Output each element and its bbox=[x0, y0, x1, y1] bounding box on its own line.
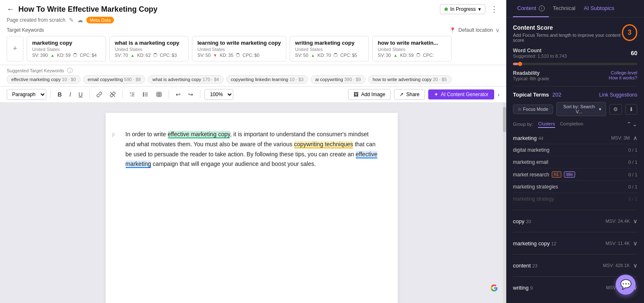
google-icon bbox=[490, 284, 498, 292]
cloud-save-button[interactable]: ☁ bbox=[77, 17, 83, 23]
cluster-content-header[interactable]: content 23 MSV: 428.1K ∨ bbox=[513, 260, 637, 271]
clusters-option[interactable]: Clusters bbox=[538, 120, 555, 128]
cluster-marketing-msv: MSV: 3M bbox=[611, 135, 630, 140]
cluster-copy-header[interactable]: copy 20 MSV: 24.4K ∨ bbox=[513, 215, 637, 227]
toolbar: Paragraph Heading 1 Heading 2 B I U ↩ ↪ … bbox=[0, 87, 506, 103]
how-it-works-link[interactable]: How it works? bbox=[609, 75, 637, 80]
suggested-tag-5[interactable]: ai copywriting 390 · $9 bbox=[311, 75, 365, 84]
share-label: Share bbox=[406, 92, 419, 97]
meta-badge[interactable]: Meta Data bbox=[86, 17, 114, 23]
cluster-marketing-copy-expand[interactable]: ∨ bbox=[633, 240, 637, 247]
keyword-card-1[interactable]: marketing copy United States SV: 390 ▲ K… bbox=[27, 36, 106, 61]
tab-ai-subtopics[interactable]: AI Subtopics bbox=[580, 0, 619, 17]
underline-button[interactable]: U bbox=[76, 89, 85, 99]
focus-mode-button[interactable]: ☆ Focus Mode bbox=[513, 104, 553, 114]
toolbar-separator-3 bbox=[122, 90, 123, 99]
suggested-tag-1[interactable]: effective marketing copy 10 · $0 bbox=[7, 75, 81, 84]
progress-fill bbox=[513, 63, 518, 65]
back-button[interactable]: ← bbox=[7, 5, 14, 14]
collapse-all-button[interactable]: ⌃ bbox=[626, 121, 631, 127]
share-button[interactable]: ↗ Share bbox=[394, 89, 425, 100]
undo-button[interactable]: ↩ bbox=[173, 89, 183, 99]
tab-technical[interactable]: Technical bbox=[549, 0, 580, 17]
unordered-list-button[interactable] bbox=[140, 90, 151, 99]
keyword-card-4[interactable]: writing marketing copy United States SV:… bbox=[290, 36, 369, 61]
editor-scroll[interactable]: p In order to write effective marketing … bbox=[0, 103, 503, 303]
editor-scrollbar[interactable] bbox=[503, 103, 506, 303]
completion-option[interactable]: Completion bbox=[560, 120, 583, 128]
toolbar-separator-4 bbox=[169, 90, 169, 99]
cluster-copy-expand[interactable]: ∨ bbox=[633, 218, 637, 224]
toolbar-separator-5 bbox=[200, 90, 200, 99]
status-button[interactable]: In Progress ▾ bbox=[440, 4, 485, 14]
svg-point-11 bbox=[143, 96, 144, 97]
keyword-country: United States bbox=[197, 47, 281, 52]
settings-button[interactable]: ⚙ bbox=[609, 104, 622, 115]
editor-content[interactable]: In order to write effective marketing co… bbox=[126, 130, 378, 169]
cluster-content-expand[interactable]: ∨ bbox=[633, 262, 637, 269]
term-marketing-strategy: marketing strategy 0 / 1 bbox=[513, 193, 637, 205]
chat-widget[interactable]: 💬 bbox=[616, 275, 636, 295]
term-score: 0 / 1 bbox=[629, 160, 637, 165]
share-icon: ↗ bbox=[399, 92, 404, 97]
word-count-suggested: Suggested: 1,510 to 8,743 bbox=[513, 53, 567, 59]
svg-point-9 bbox=[143, 93, 144, 94]
keyword-stats: SV: 390 ▲ KD: 59 CPC: $4 bbox=[32, 53, 101, 58]
cluster-copy-name: copy 20 bbox=[513, 218, 531, 224]
download-button[interactable]: ⬇ bbox=[625, 104, 637, 115]
suggested-tag-4[interactable]: copywriting linkedin learning 10 · $3 bbox=[226, 75, 308, 84]
cluster-marketing-expand[interactable]: ∧ bbox=[633, 135, 637, 141]
link-button[interactable] bbox=[94, 90, 105, 99]
sort-button[interactable]: Sort by: Search V... ▾ bbox=[556, 102, 606, 116]
suggested-label: Suggested Target Keywords bbox=[7, 68, 64, 73]
image-icon: 🖼 bbox=[354, 92, 359, 97]
link-suggestions-button[interactable]: Link Suggestions bbox=[599, 92, 637, 98]
term-market-research: market research h1 title 0 / 1 bbox=[513, 168, 637, 181]
keyword-name: what is a marketing copy bbox=[115, 40, 183, 46]
term-name: digital marketing bbox=[513, 147, 549, 153]
paragraph-select[interactable]: Paragraph Heading 1 Heading 2 bbox=[7, 89, 46, 100]
tab-content[interactable]: Content i bbox=[513, 0, 549, 17]
divider-1 bbox=[513, 86, 637, 87]
group-by-label: Group by: bbox=[513, 122, 533, 127]
keyword-name: learning to write marketing copy bbox=[197, 40, 281, 46]
unlink-button[interactable] bbox=[107, 90, 118, 99]
default-location[interactable]: Default location bbox=[458, 27, 493, 33]
italic-button[interactable]: I bbox=[67, 89, 73, 99]
expand-all-button[interactable]: ⌄ bbox=[632, 121, 637, 127]
keyword-name: how to write marketin... bbox=[378, 40, 446, 46]
add-keyword-button[interactable]: + bbox=[7, 36, 23, 61]
keyword-card-3[interactable]: learning to write marketing copy United … bbox=[192, 36, 286, 61]
toolbar-more-button[interactable]: › bbox=[498, 91, 500, 98]
bold-button[interactable]: B bbox=[55, 89, 64, 99]
suggested-tag-3[interactable]: what is advertising copy 170 · $4 bbox=[148, 75, 224, 84]
redo-button[interactable]: ↪ bbox=[186, 89, 196, 99]
edit-title-button[interactable]: ✎ bbox=[69, 17, 74, 23]
keyword-card-2[interactable]: what is a marketing copy United States S… bbox=[109, 36, 189, 61]
zoom-select[interactable]: 100% 75% 125% bbox=[205, 89, 233, 100]
suggested-tag-6[interactable]: how to write advertising copy 20 · $5 bbox=[368, 75, 452, 84]
cluster-marketing-copy-header[interactable]: marketing copy 12 MSV: 11.4K ∨ bbox=[513, 237, 637, 249]
keywords-row: + marketing copy United States SV: 390 ▲… bbox=[7, 36, 500, 65]
more-options-button[interactable]: ⋮ bbox=[489, 5, 500, 14]
keyword-country: United States bbox=[32, 47, 101, 52]
divider-2 bbox=[513, 210, 637, 210]
add-image-button[interactable]: 🖼 Add Image bbox=[348, 89, 391, 100]
ai-icon: ✦ bbox=[434, 92, 438, 97]
editor-page[interactable]: p In order to write effective marketing … bbox=[106, 113, 398, 303]
collapse-button[interactable]: ∨ bbox=[495, 27, 500, 33]
term-name: marketing strategies bbox=[513, 184, 558, 190]
ai-content-button[interactable]: ✦ AI Content Generator bbox=[428, 89, 494, 99]
term-score: 0 / 1 bbox=[629, 184, 637, 189]
highlight-copywriting-techniques: copywriting techniques bbox=[294, 141, 353, 148]
suggested-tag-2[interactable]: email copywriting 590 · $8 bbox=[83, 75, 145, 84]
suggested-section: Suggested Target Keywords i effective ma… bbox=[0, 65, 506, 87]
group-arrows: ⌃ ⌄ bbox=[626, 121, 637, 127]
cluster-marketing-header[interactable]: marketing 44 MSV: 3M ∧ bbox=[513, 132, 637, 144]
sidebar-body: Content Score Add Focus Terms and length… bbox=[506, 18, 644, 303]
readability-label: Readability bbox=[513, 70, 549, 76]
keyword-card-5[interactable]: how to write marketin... United States S… bbox=[372, 36, 452, 61]
highlight-effective-marketing-copy: effective marketing copy bbox=[168, 131, 230, 138]
table-button[interactable] bbox=[154, 90, 164, 99]
ordered-list-button[interactable] bbox=[127, 90, 138, 99]
